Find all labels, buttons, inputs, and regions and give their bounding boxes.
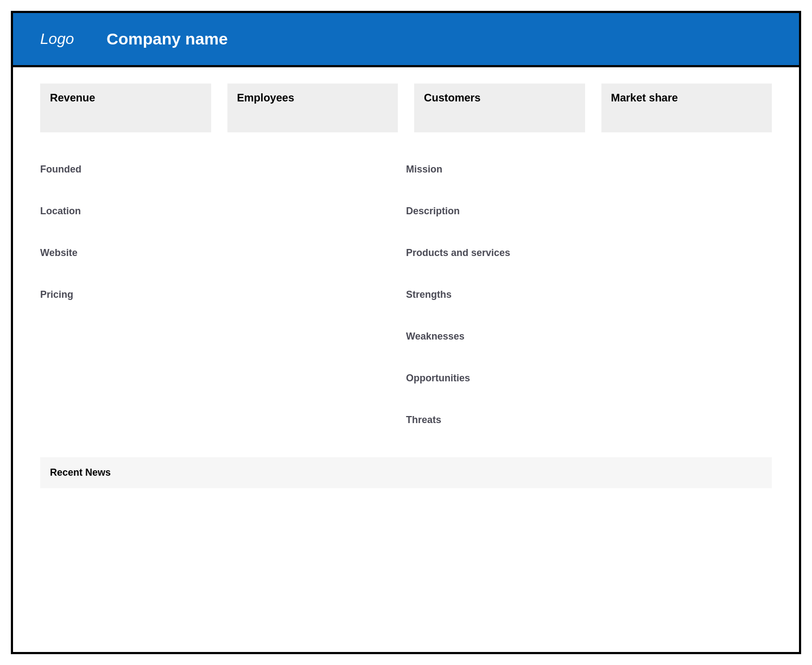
info-label-opportunities: Opportunities <box>406 373 772 384</box>
info-item-products: Products and services <box>406 232 772 274</box>
info-item-location: Location <box>40 190 406 232</box>
main-content: Revenue Employees Customers Market share… <box>13 67 799 652</box>
info-right: Mission Description Products and service… <box>406 149 772 441</box>
stat-label-customers: Customers <box>424 92 575 104</box>
stats-row: Revenue Employees Customers Market share <box>40 84 772 132</box>
info-left: Founded Location Website Pricing <box>40 149 406 441</box>
info-label-weaknesses: Weaknesses <box>406 331 772 342</box>
info-item-pricing: Pricing <box>40 274 406 316</box>
page-wrapper: Logo Company name Revenue Employees Cust… <box>11 11 801 654</box>
info-label-website: Website <box>40 247 406 259</box>
info-item-mission: Mission <box>406 149 772 190</box>
stat-label-revenue: Revenue <box>50 92 201 104</box>
info-item-weaknesses: Weaknesses <box>406 316 772 357</box>
info-label-location: Location <box>40 206 406 217</box>
info-label-mission: Mission <box>406 164 772 175</box>
info-label-threats: Threats <box>406 414 772 426</box>
logo: Logo <box>40 30 74 48</box>
recent-news-section: Recent News <box>40 457 772 488</box>
info-item-opportunities: Opportunities <box>406 357 772 399</box>
info-item-threats: Threats <box>406 399 772 441</box>
stat-card-employees: Employees <box>227 84 398 132</box>
info-item-founded: Founded <box>40 149 406 190</box>
header: Logo Company name <box>13 13 799 67</box>
stat-label-employees: Employees <box>237 92 389 104</box>
info-label-pricing: Pricing <box>40 289 406 300</box>
info-grid: Founded Location Website Pricing Mission <box>40 149 772 441</box>
stat-card-market-share: Market share <box>601 84 772 132</box>
info-label-founded: Founded <box>40 164 406 175</box>
info-label-strengths: Strengths <box>406 289 772 300</box>
info-item-description: Description <box>406 190 772 232</box>
info-label-products: Products and services <box>406 247 772 259</box>
stat-label-market-share: Market share <box>611 92 763 104</box>
info-label-description: Description <box>406 206 772 217</box>
stat-card-customers: Customers <box>414 84 585 132</box>
recent-news-label: Recent News <box>50 467 762 478</box>
info-item-website: Website <box>40 232 406 274</box>
stat-card-revenue: Revenue <box>40 84 211 132</box>
company-name: Company name <box>106 30 227 48</box>
info-item-strengths: Strengths <box>406 274 772 316</box>
